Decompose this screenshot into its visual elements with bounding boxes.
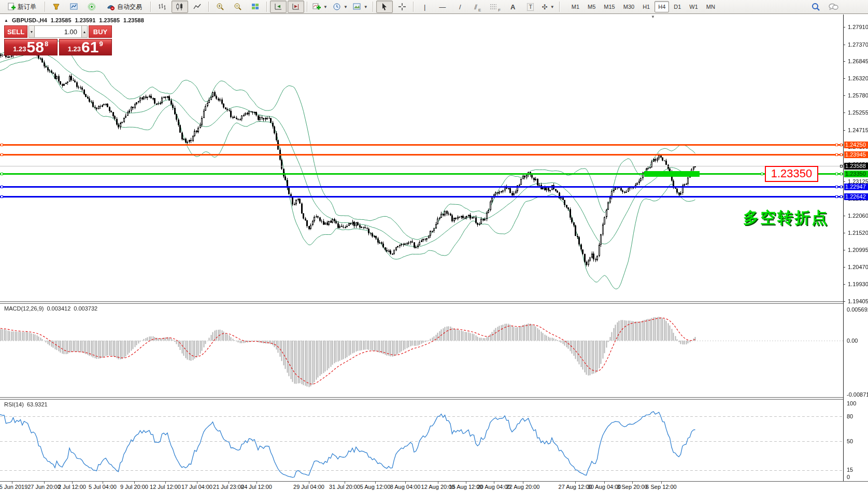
signal-button[interactable] xyxy=(83,1,100,13)
templates-button[interactable]: ▼ xyxy=(351,1,370,13)
volume-increase-button[interactable]: ▲ xyxy=(81,25,88,38)
chart-bars-button[interactable] xyxy=(154,1,170,13)
price-tick-label: 1.24715 xyxy=(848,127,868,133)
panel-separator-rsi[interactable] xyxy=(0,397,843,400)
autotrading-button[interactable]: 自动交易 xyxy=(101,1,148,13)
sell-price-box[interactable]: 1.23 58 8 xyxy=(4,39,58,55)
tf-W1-button[interactable]: W1 xyxy=(686,1,702,12)
price-badge-1.23945: 1.23945 xyxy=(844,151,868,158)
channel-tool-button[interactable]: ⫽ E xyxy=(469,1,486,13)
rsi-axis-label: 0 xyxy=(847,474,850,480)
line-handle[interactable] xyxy=(761,173,763,175)
chart-candles-button[interactable] xyxy=(172,1,188,13)
line-handle[interactable] xyxy=(835,144,838,146)
text-tool-button[interactable]: A xyxy=(505,1,521,13)
tf-M30-button[interactable]: M30 xyxy=(620,1,638,12)
fibonacci-tool-button[interactable]: F xyxy=(487,1,504,13)
tf-M15-button[interactable]: M15 xyxy=(600,1,618,12)
tf-H1-button[interactable]: H1 xyxy=(639,1,653,12)
time-axis-label: 3 Sep 20:00 xyxy=(617,484,647,490)
styles-button[interactable] xyxy=(48,1,65,13)
buy-button[interactable]: BUY xyxy=(89,25,112,38)
time-axis-label: 27 Jun 20:00 xyxy=(27,484,61,490)
volume-input[interactable] xyxy=(35,25,81,38)
price-badge-1.23588: 1.23588 xyxy=(844,163,868,170)
price-tick-label: 1.26845 xyxy=(848,58,868,64)
horizontal-line-1.23350[interactable] xyxy=(0,173,843,175)
zoom-out-button[interactable] xyxy=(230,1,246,13)
sell-price-big: 58 xyxy=(27,40,44,54)
sell-button[interactable]: SELL xyxy=(4,25,27,38)
horizontal-line-1.23588[interactable] xyxy=(0,166,843,166)
search-button[interactable] xyxy=(807,1,824,13)
chart-window-button[interactable] xyxy=(66,1,82,13)
tf-M5-button[interactable]: M5 xyxy=(584,1,599,12)
badge-connector-dot xyxy=(840,173,843,175)
macd-value-signal: 0.003732 xyxy=(74,305,97,312)
volume-decrease-button[interactable]: ▼ xyxy=(29,25,35,38)
funnel-icon xyxy=(52,3,61,11)
horizontal-line-1.22642[interactable] xyxy=(0,196,843,198)
collapse-triangle-icon[interactable]: ▲ xyxy=(4,18,8,23)
horizontal-line-1.22947[interactable] xyxy=(0,186,843,188)
chevron-down-icon: ▼ xyxy=(364,5,368,9)
price-tick-label: 1.20995 xyxy=(848,247,868,253)
line-handle[interactable] xyxy=(1,186,3,188)
pivot-annotation[interactable]: 多空转折点 xyxy=(743,207,829,229)
line-handle[interactable] xyxy=(1,144,3,146)
tf-MN-button[interactable]: MN xyxy=(703,1,719,12)
price-tick-label: 1.25780 xyxy=(848,92,868,99)
text-label-tool-button[interactable]: T xyxy=(522,1,539,13)
line-handle[interactable] xyxy=(835,153,838,156)
line-handle[interactable] xyxy=(835,186,838,188)
tf-D1-button[interactable]: D1 xyxy=(670,1,685,12)
chat-button[interactable] xyxy=(825,1,842,13)
buy-price-big: 61 xyxy=(81,40,98,54)
vertical-line-tool-button[interactable]: | xyxy=(417,1,433,13)
buy-price-box[interactable]: 1.23 61 9 xyxy=(59,39,112,55)
chart-canvas[interactable] xyxy=(0,0,868,492)
line-handle[interactable] xyxy=(1,173,3,175)
highlight-band[interactable] xyxy=(644,171,700,177)
toolbar-separator xyxy=(150,2,151,12)
horizontal-line-1.23945[interactable] xyxy=(0,154,843,156)
rsi-axis-label: 80 xyxy=(847,413,853,419)
horizontal-line-1.24250[interactable] xyxy=(0,144,843,146)
price-tick-mark xyxy=(843,95,845,96)
price-tick-mark xyxy=(843,301,845,302)
auto-scroll-button[interactable] xyxy=(270,1,287,13)
search-icon xyxy=(812,3,820,11)
clock-icon xyxy=(333,3,341,11)
new-order-button[interactable]: 新订单 xyxy=(2,1,42,13)
new-order-label: 新订单 xyxy=(18,3,36,11)
line-handle[interactable] xyxy=(1,195,3,198)
chart-shift-button[interactable] xyxy=(288,1,304,13)
tf-H4-button[interactable]: H4 xyxy=(654,1,669,12)
trendline-tool-button[interactable]: / xyxy=(452,1,468,13)
cursor-tool-button[interactable] xyxy=(376,1,393,13)
tile-windows-button[interactable] xyxy=(247,1,264,13)
price-tick-mark xyxy=(843,216,845,216)
time-axis-label: 31 Jul 20:00 xyxy=(329,484,360,490)
line-handle[interactable] xyxy=(835,173,838,175)
crosshair-tool-button[interactable] xyxy=(394,1,410,13)
indicators-button[interactable]: ▼ xyxy=(310,1,330,13)
price-tick-mark xyxy=(843,267,845,268)
trendline-icon: / xyxy=(459,4,461,10)
horizontal-line-tool-button[interactable]: — xyxy=(434,1,451,13)
arrows-tool-button[interactable]: ✣ ▼ xyxy=(540,1,557,13)
chart-line-button[interactable] xyxy=(189,1,206,13)
price-tick-mark xyxy=(843,233,845,233)
text-tool-icon: A xyxy=(510,4,515,10)
price-tick-label: 1.19930 xyxy=(848,281,868,287)
periods-button[interactable]: ▼ xyxy=(331,1,350,13)
zoom-in-button[interactable] xyxy=(212,1,229,13)
line-handle[interactable] xyxy=(1,153,3,156)
chart-shift-marker[interactable]: ▼ xyxy=(651,15,655,19)
tf-M1-button[interactable]: M1 xyxy=(568,1,583,12)
price-tick-label: 1.27910 xyxy=(848,24,868,30)
price-level-annotation[interactable]: 1.23350 xyxy=(765,166,818,182)
panel-separator-macd[interactable] xyxy=(0,301,843,304)
line-handle[interactable] xyxy=(835,195,838,198)
macd-name: MACD(12,26,9) xyxy=(4,305,44,312)
